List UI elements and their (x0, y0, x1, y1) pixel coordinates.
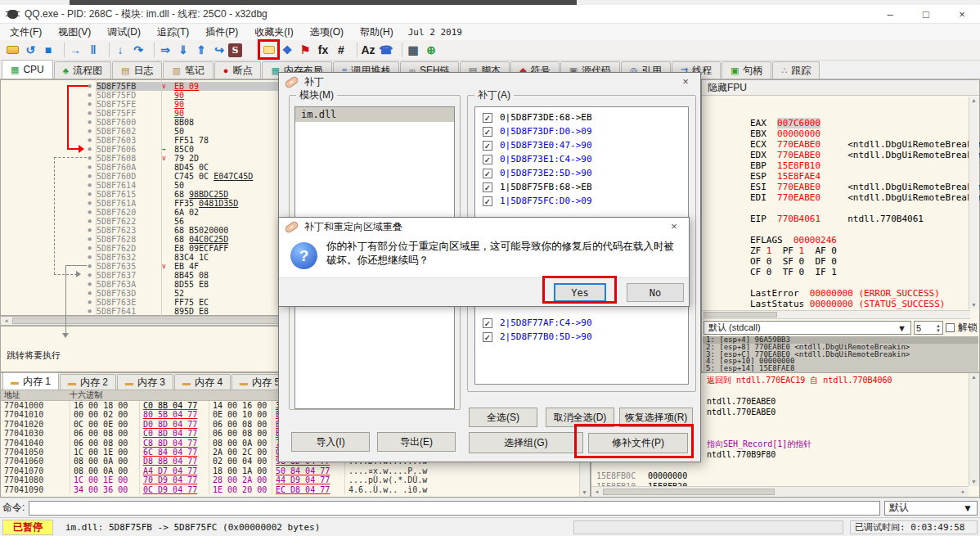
patch-entry[interactable]: ✓ 0|5D8F73E1:C4->90 (475, 152, 688, 166)
breakpoint-dot[interactable]: ● (83, 298, 97, 307)
patch-entry[interactable]: ✓ 2|5D8F77B0:5D->90 (475, 330, 688, 344)
scylla-icon[interactable]: S (228, 43, 242, 57)
breakpoint-dot[interactable]: ● (83, 172, 97, 181)
tab-log[interactable]: ▤ 日志 (112, 61, 162, 79)
step-into-icon[interactable]: ↓ (111, 41, 129, 59)
register-line[interactable]: EAX 007C6000 (702, 97, 969, 107)
globe-icon[interactable]: ⊕ (422, 41, 440, 59)
tab-notes[interactable]: ▥ 笔记 (163, 61, 213, 79)
import-button[interactable]: 导入(I) (291, 432, 370, 452)
breakpoint-dot[interactable]: ● (83, 253, 97, 262)
tab-dump-4[interactable]: ▬ 内存 4 (174, 374, 231, 390)
breakpoint-dot[interactable]: ● (83, 244, 97, 253)
menu-item[interactable]: 调试(D) (99, 24, 149, 40)
tab-cpu[interactable]: ▦ CPU (2, 60, 53, 79)
menu-item[interactable]: 帮助(H) (352, 24, 402, 40)
checkbox-checked[interactable]: ✓ (483, 332, 492, 342)
patch-entry[interactable]: ✓ 0|5D8F73DF:D0->09 (475, 124, 688, 138)
menu-item[interactable]: 文件(F) (2, 24, 50, 40)
dump-row[interactable]: 77041070 08 00 0A 00 A4 D7 04 77 18 00 1… (1, 466, 590, 475)
patch-entry[interactable]: ✓ 0|5D8F73E0:47->90 (475, 138, 688, 152)
checkbox-checked[interactable]: ✓ (483, 182, 492, 192)
breakpoint-dot[interactable]: ● (83, 271, 97, 280)
step-over-icon[interactable]: ↷ (129, 41, 147, 59)
checkbox-checked[interactable]: ✓ (483, 318, 492, 328)
hide-fpu-button[interactable]: 隐藏FPU (702, 80, 979, 96)
maximize-button[interactable]: □ (908, 5, 944, 24)
stack-vscrollbar[interactable]: ▲ ▼ (969, 373, 979, 486)
checkbox-checked[interactable]: ✓ (483, 196, 492, 206)
tab-handles[interactable]: ▣ 句柄 (722, 61, 771, 79)
breakpoint-dot[interactable]: ● (83, 118, 97, 127)
dump-row[interactable]: 77041080 1C 00 1E 00 70 D9 04 77 28 00 2… (1, 475, 590, 484)
strings-icon[interactable]: Az (359, 41, 377, 59)
checkbox-checked[interactable]: ✓ (483, 113, 492, 123)
stack-hscrollbar[interactable]: ◂ ▸ (591, 486, 969, 497)
breakpoint-dot[interactable]: ● (83, 154, 97, 163)
call-arguments-list[interactable]: 1: [esp+4] 96A59BB32: [esp+8] 770EABE0 <… (703, 336, 978, 371)
breakpoint-dot[interactable]: ● (83, 91, 97, 100)
breakpoint-dot[interactable]: ● (83, 100, 97, 109)
separator[interactable] (102, 43, 110, 57)
pause-icon[interactable]: ‖ (84, 41, 102, 59)
patch-file-button[interactable]: 修补文件(P) (588, 433, 688, 453)
label-icon[interactable]: ❖ (278, 41, 296, 59)
checkbox-checked[interactable]: ✓ (483, 169, 492, 178)
registers-list[interactable]: EAX 007C6000 EBX 00000000 ECX 770EABE0 <… (702, 97, 969, 309)
close-button[interactable]: × (944, 5, 980, 24)
breakpoint-dot[interactable]: ● (83, 127, 97, 136)
stack-row[interactable]: 15E8FB0C 00000000 (592, 471, 968, 481)
breakpoint-dot[interactable]: ● (83, 208, 97, 217)
stepper-arrows[interactable]: ▲▼ (936, 323, 941, 333)
menu-item[interactable]: 追踪(T) (149, 24, 197, 40)
export-button[interactable]: 导出(E) (377, 432, 456, 452)
patch-entry[interactable]: ✓ 0|5D8F73DE:68->EB (475, 110, 688, 124)
checkbox-checked[interactable]: ✓ (483, 155, 492, 164)
comment-icon[interactable] (260, 41, 278, 59)
breakpoint-dot[interactable]: ● (83, 280, 97, 289)
patch-entry[interactable]: ✓ 1|5D8F75FC:D0->09 (475, 194, 688, 208)
patch-entry[interactable]: ✓ 1|5D8F75FB:68->EB (475, 180, 688, 194)
run-trace-icon[interactable]: ⇒ (156, 41, 174, 59)
breakpoint-dot[interactable]: ● (83, 289, 97, 298)
breakpoint-dot[interactable]: ● (83, 145, 97, 154)
run-icon[interactable]: → (66, 41, 84, 59)
breakpoint-dot[interactable]: ● (83, 190, 97, 199)
menu-item[interactable]: 插件(P) (197, 24, 246, 40)
registers-vscrollbar[interactable]: ▲ ▼ (969, 97, 979, 309)
checkbox-unchecked[interactable] (946, 323, 955, 332)
select-all-button[interactable]: 全选(S) (469, 408, 537, 427)
tab-dump-3[interactable]: ▬ 内存 3 (117, 374, 173, 390)
breakpoint-dot[interactable]: ● (83, 217, 97, 226)
execute-till-return-icon[interactable]: ⇑ (192, 41, 210, 59)
checkbox-checked[interactable]: ✓ (483, 141, 492, 151)
overlap-dialog-titlebar[interactable]: 补丁和重定向区域重叠 × (279, 218, 689, 236)
bookmark-icon[interactable]: ⚑ (296, 41, 314, 59)
run-to-user-code-icon[interactable]: ↪ (210, 41, 228, 59)
breakpoint-dot[interactable]: ● (83, 226, 97, 235)
breakpoint-dot[interactable]: ● (83, 262, 97, 271)
phone-icon[interactable]: ☎ (377, 41, 395, 59)
separator[interactable] (57, 43, 65, 57)
tab-dump-2[interactable]: ▬ 内存 2 (60, 374, 116, 390)
breakpoint-dot[interactable]: ● (83, 136, 97, 145)
no-button[interactable]: No (627, 283, 684, 302)
command-profile-dropdown[interactable]: 默认 ▼ (884, 501, 978, 516)
breakpoint-dot[interactable]: ● (83, 109, 97, 118)
separator[interactable] (395, 43, 402, 57)
call-argument[interactable]: 2: [esp+8] 770EABE0 <ntdll.DbgUiRemoteBr… (703, 344, 978, 351)
calling-convention-dropdown[interactable]: 默认 (stdcall)▼ (704, 321, 911, 335)
tab-dump-1[interactable]: ▬ 内存 1 (2, 372, 59, 390)
deselect-all-button[interactable]: 取消全选(D) (546, 408, 614, 427)
close-icon[interactable]: × (659, 218, 689, 236)
minimize-button[interactable]: – (872, 5, 908, 24)
restore-selection-button[interactable]: 恢复选择项(R) (619, 408, 693, 427)
checkbox-checked[interactable]: ✓ (483, 127, 492, 137)
tab-trace[interactable]: ∴ 跟踪 (772, 61, 820, 79)
menu-item[interactable]: 收藏夹(I) (246, 24, 301, 40)
tab-graph[interactable]: ♣ 流程图 (54, 61, 111, 79)
tab-breakpoints[interactable]: ● 断点 (214, 61, 262, 79)
call-argument[interactable]: 4: [esp+10] 00000000 (703, 358, 978, 365)
menu-item[interactable]: 选项(O) (302, 24, 352, 40)
open-file-icon[interactable] (3, 41, 21, 59)
